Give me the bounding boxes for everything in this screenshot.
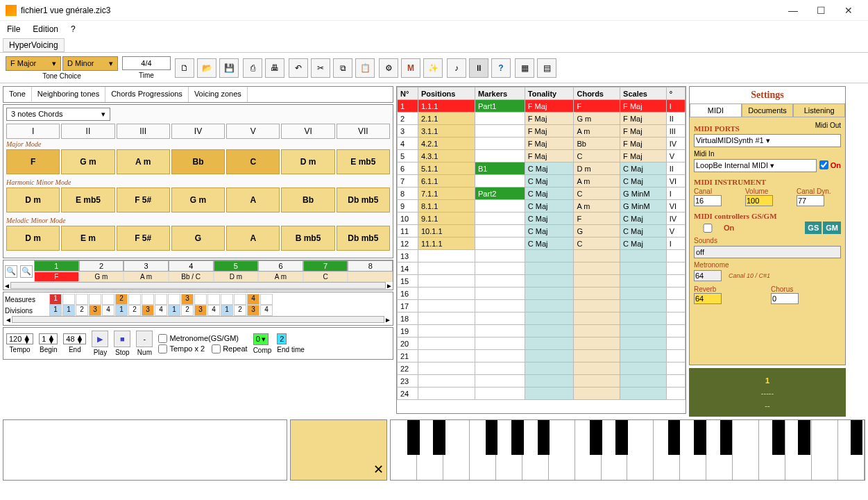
- grid-cell[interactable]: C Maj: [525, 238, 574, 250]
- grid-cell[interactable]: 8.1.1: [418, 200, 475, 212]
- grid-cell[interactable]: D m: [574, 162, 620, 175]
- grid-cell[interactable]: 7.1.1: [418, 188, 475, 200]
- chord-button[interactable]: E mb5: [337, 149, 390, 174]
- chord-button[interactable]: D m: [281, 149, 334, 174]
- grid-cell[interactable]: C Maj: [525, 188, 574, 200]
- grid-cell[interactable]: F Maj: [620, 150, 667, 162]
- grid-cell[interactable]: F Maj: [525, 100, 574, 112]
- metronome-checkbox[interactable]: Metronome(GS/GM): [158, 334, 247, 343]
- time-signature[interactable]: 4/4: [122, 56, 171, 70]
- grid-header[interactable]: Chords: [574, 88, 620, 100]
- grid-cell[interactable]: C Maj: [525, 225, 574, 238]
- measure-cell[interactable]: [142, 294, 154, 305]
- grid-cell[interactable]: F Maj: [525, 112, 574, 125]
- grid-cell[interactable]: 4.2.1: [418, 138, 475, 150]
- chord-button[interactable]: E m: [61, 226, 114, 251]
- minimize-button[interactable]: —: [779, 5, 807, 16]
- black-key[interactable]: [590, 420, 602, 455]
- chorus-input[interactable]: [771, 293, 799, 304]
- num-button[interactable]: -: [136, 331, 153, 347]
- grid-cell[interactable]: C Maj: [620, 238, 667, 250]
- grid-header[interactable]: °: [666, 88, 685, 100]
- settings-tab-listening[interactable]: Listening: [793, 103, 845, 117]
- grid-cell[interactable]: 9: [398, 200, 418, 212]
- grid-cell[interactable]: B1: [475, 162, 525, 175]
- tab-hypervoicing[interactable]: HyperVoicing: [3, 38, 65, 52]
- chord-button[interactable]: Bb: [281, 188, 334, 212]
- chord-button[interactable]: A m: [117, 149, 170, 174]
- grid-cell[interactable]: 10: [398, 212, 418, 225]
- seq-chord[interactable]: F: [34, 272, 79, 282]
- grid-cell[interactable]: C Maj: [525, 200, 574, 212]
- grid-cell[interactable]: 2.1.1: [418, 112, 475, 125]
- measure-cell[interactable]: [76, 294, 88, 305]
- grid-cell[interactable]: F: [574, 100, 620, 112]
- grid-cell[interactable]: 8: [398, 188, 418, 200]
- grid-cell[interactable]: G MinM: [620, 200, 667, 212]
- grid-cell[interactable]: [475, 200, 525, 212]
- tab-tone[interactable]: Tone: [3, 87, 32, 102]
- chord-button[interactable]: A: [226, 226, 280, 251]
- midi-out-select[interactable]: VirtualMIDISynth #1 ▾: [694, 134, 841, 147]
- grid-cell[interactable]: [475, 150, 525, 162]
- gs-button[interactable]: GS: [805, 222, 822, 234]
- chord-button[interactable]: E mb5: [61, 188, 114, 212]
- tab-progressions[interactable]: Chords Progressions: [105, 87, 189, 102]
- print-button[interactable]: 🖶: [265, 58, 284, 78]
- cut-button[interactable]: ✂: [311, 58, 330, 78]
- begin-input[interactable]: 1▲▼: [39, 333, 58, 344]
- zoom-in-icon[interactable]: 🔍: [20, 265, 33, 278]
- division-cell[interactable]: 2: [181, 305, 194, 316]
- division-cell[interactable]: 1: [115, 305, 128, 316]
- white-key[interactable]: [627, 420, 654, 480]
- grid-cell[interactable]: Part1: [475, 100, 525, 112]
- grid-cell[interactable]: 9.1.1: [418, 212, 475, 225]
- white-key[interactable]: [733, 420, 759, 480]
- grid-cell[interactable]: 3: [398, 125, 418, 138]
- white-key[interactable]: [549, 420, 575, 480]
- tool-wizard-button[interactable]: ✨: [423, 58, 443, 78]
- seq-chord[interactable]: A m: [258, 272, 303, 282]
- measure-cell[interactable]: [168, 294, 180, 305]
- grid-cell[interactable]: 6.1.1: [418, 175, 475, 188]
- measure-cell[interactable]: 1: [49, 294, 62, 305]
- grid-cell[interactable]: F Maj: [525, 138, 574, 150]
- grid-cell[interactable]: 3.1.1: [418, 125, 475, 138]
- white-key[interactable]: [812, 420, 838, 480]
- grid-cell[interactable]: F Maj: [620, 100, 667, 112]
- division-cell[interactable]: 3: [194, 305, 207, 316]
- paste-button[interactable]: 📋: [355, 58, 375, 78]
- tool-settings-button[interactable]: ⚙: [379, 58, 398, 78]
- grid-cell[interactable]: A m: [574, 200, 620, 212]
- seq-num[interactable]: 1: [34, 260, 79, 272]
- measure-cell[interactable]: 2: [115, 294, 128, 305]
- seq-chord[interactable]: C: [303, 272, 348, 282]
- grid-cell[interactable]: [475, 125, 525, 138]
- grid-header[interactable]: N°: [398, 88, 418, 100]
- seq-num[interactable]: 8: [348, 260, 393, 272]
- measure-cell[interactable]: 3: [181, 294, 194, 305]
- grid-cell[interactable]: G: [574, 225, 620, 238]
- grid-cell[interactable]: G m: [574, 112, 620, 125]
- division-cell[interactable]: 4: [260, 305, 273, 316]
- division-cell[interactable]: 4: [102, 305, 114, 316]
- export-button[interactable]: ⎙: [243, 58, 262, 78]
- chord-button[interactable]: Bb: [171, 149, 225, 174]
- grid-cell[interactable]: V: [666, 225, 685, 238]
- black-key[interactable]: [798, 420, 810, 455]
- grid-cell[interactable]: IV: [666, 138, 685, 150]
- undo-button[interactable]: ↶: [289, 58, 308, 78]
- tab-neighboring[interactable]: Neighboring tones: [32, 87, 105, 102]
- division-cell[interactable]: 3: [142, 305, 154, 316]
- chord-button[interactable]: C: [226, 149, 280, 174]
- grid-cell[interactable]: [475, 138, 525, 150]
- chord-button[interactable]: F: [6, 149, 60, 174]
- chord-button[interactable]: D m: [6, 188, 60, 212]
- grid-cell[interactable]: C: [574, 238, 620, 250]
- endtime-input[interactable]: 2: [277, 333, 287, 344]
- midi-in-select[interactable]: LoopBe Internal MIDI ▾: [694, 159, 817, 172]
- seq-num[interactable]: 4: [169, 260, 214, 272]
- chord-button[interactable]: G: [171, 226, 225, 251]
- grid-header[interactable]: Scales: [620, 88, 667, 100]
- black-key[interactable]: [538, 420, 550, 455]
